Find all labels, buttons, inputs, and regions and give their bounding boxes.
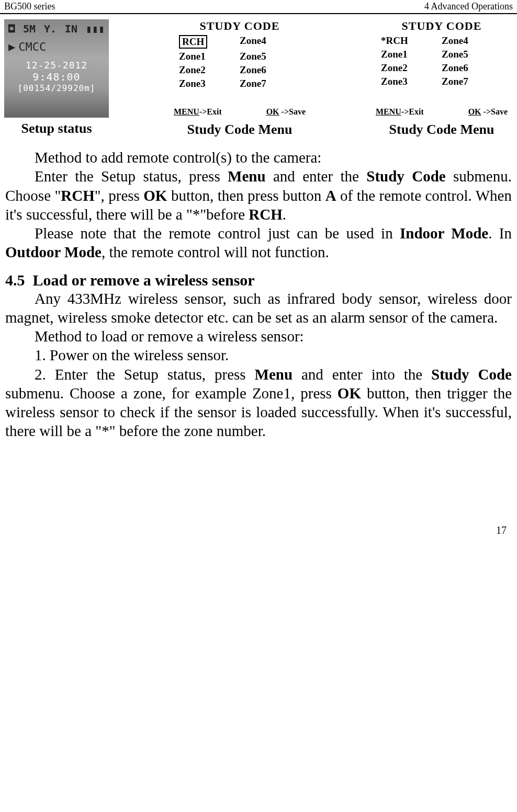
rch-cell: RCH xyxy=(179,35,240,49)
zone-cell: Zone3 xyxy=(179,78,240,89)
menu-exit: MENU->Exit xyxy=(174,107,222,117)
menu-key: MENU xyxy=(376,107,401,116)
setup-date: 12-25-2012 xyxy=(4,60,109,71)
zone-cell: Zone5 xyxy=(240,51,300,62)
page-number: 17 xyxy=(0,524,517,536)
study-menu-1-col: STUDY CODE RCH Zone4 Zone1 Zone5 Zone2 Z… xyxy=(168,19,311,138)
body-section-1: Method to add remote control(s) to the c… xyxy=(0,148,517,262)
menu-exit: MENU->Exit xyxy=(376,107,424,117)
arrow-icon: ▶ xyxy=(8,40,15,53)
ok-bold: OK xyxy=(143,187,167,204)
zone-cell: Zone4 xyxy=(240,35,300,49)
zone-cell: Zone6 xyxy=(240,64,300,76)
rch-bold: RCH xyxy=(61,187,94,204)
outdoor-mode-bold: Outdoor Mode xyxy=(5,244,102,260)
study-title-2: STUDY CODE xyxy=(370,19,513,33)
menu-bold-2: Menu xyxy=(255,366,293,383)
rch-bold-2: RCH xyxy=(249,206,282,223)
section-4-5-header: 4.5 Load or remove a wireless sensor xyxy=(0,271,517,289)
page-header: BG500 series 4 Advanced Operations xyxy=(0,0,517,14)
body-section-2: Any 433MHz wireless sensor, such as infr… xyxy=(0,289,517,441)
save-suffix: ->Save xyxy=(484,107,508,116)
study-caption-1: Study Code Menu xyxy=(187,122,293,138)
header-chapter: 4 Advanced Operations xyxy=(424,1,513,12)
setup-status-col: ◘ 5M Y. IN ▮▮▮ ▶ CMCC 12-25-2012 9:48:00… xyxy=(4,19,109,136)
method-instructions: Enter the Setup status, press Menu and e… xyxy=(5,167,512,224)
zone-cell: Zone5 xyxy=(442,49,502,60)
setup-status-screenshot: ◘ 5M Y. IN ▮▮▮ ▶ CMCC 12-25-2012 9:48:00… xyxy=(4,19,109,118)
study-menu-2-col: STUDY CODE *RCH Zone4 Zone1 Zone5 Zone2 … xyxy=(370,19,513,138)
rch-selected: RCH xyxy=(179,35,207,49)
carrier-label: CMCC xyxy=(18,40,46,53)
zone-cell: Zone6 xyxy=(442,62,502,74)
zone-cell: Zone7 xyxy=(442,76,502,87)
a-bold: A xyxy=(325,187,336,204)
ok-key: OK xyxy=(266,107,279,116)
study-code-bold-2: Study Code xyxy=(431,366,512,383)
setup-screen: ◘ 5M Y. IN ▮▮▮ ▶ CMCC 12-25-2012 9:48:00… xyxy=(4,19,109,118)
zone-cell: Zone7 xyxy=(240,78,300,89)
indoor-mode-bold: Indoor Mode xyxy=(400,225,488,242)
sensor-intro: Any 433MHz wireless sensor, such as infr… xyxy=(5,289,512,327)
exit-suffix: ->Exit xyxy=(199,107,222,116)
setup-counter: [00154/29920m] xyxy=(4,83,109,93)
save-suffix: ->Save xyxy=(282,107,306,116)
study-grid-2: *RCH Zone4 Zone1 Zone5 Zone2 Zone6 Zone3… xyxy=(370,35,513,87)
study-title-1: STUDY CODE xyxy=(168,19,311,33)
battery-icon: ▮▮▮ xyxy=(86,22,105,35)
study-footer-2: MENU->Exit OK ->Save xyxy=(370,107,513,117)
exit-suffix: ->Exit xyxy=(401,107,424,116)
study-caption-2: Study Code Menu xyxy=(389,122,494,138)
setup-top-bar: ◘ 5M Y. IN ▮▮▮ xyxy=(4,19,109,38)
zone-cell: Zone1 xyxy=(381,49,442,60)
setup-carrier-row: ▶ CMCC xyxy=(4,38,109,55)
ok-save: OK ->Save xyxy=(468,107,508,117)
zone-cell: Zone1 xyxy=(179,51,240,62)
screenshots-row: ◘ 5M Y. IN ▮▮▮ ▶ CMCC 12-25-2012 9:48:00… xyxy=(0,14,517,138)
section-title: Load or remove a wireless sensor xyxy=(33,271,255,289)
study-footer-1: MENU->Exit OK ->Save xyxy=(168,107,311,117)
resolution-label: 5M xyxy=(23,22,36,35)
ok-save: OK ->Save xyxy=(266,107,306,117)
menu-key: MENU xyxy=(174,107,199,116)
method-intro: Method to add remote control(s) to the c… xyxy=(5,148,512,167)
sensor-method-label: Method to load or remove a wireless sens… xyxy=(5,327,512,346)
setup-caption: Setup status xyxy=(21,121,92,136)
zone-cell: Zone2 xyxy=(179,64,240,76)
zone-cell: Zone3 xyxy=(381,76,442,87)
storage-label: IN xyxy=(65,22,77,35)
setup-time: 9:48:00 xyxy=(4,71,109,83)
section-number: 4.5 xyxy=(5,271,25,289)
signal-icon: Y. xyxy=(44,22,57,35)
rch-cell-starred: *RCH xyxy=(381,35,442,47)
header-series: BG500 series xyxy=(4,1,55,12)
remote-note: Please note that the remote control just… xyxy=(5,224,512,262)
ok-key: OK xyxy=(468,107,481,116)
study-menu-1: STUDY CODE RCH Zone4 Zone1 Zone5 Zone2 Z… xyxy=(168,19,311,119)
study-code-bold: Study Code xyxy=(366,168,445,185)
camera-icon: ◘ xyxy=(8,22,15,35)
sensor-step-1: 1. Power on the wireless sensor. xyxy=(5,346,512,364)
sensor-step-2: 2. Enter the Setup status, press Menu an… xyxy=(5,365,512,441)
zone-cell: Zone2 xyxy=(381,62,442,74)
study-menu-2: STUDY CODE *RCH Zone4 Zone1 Zone5 Zone2 … xyxy=(370,19,513,119)
zone-cell: Zone4 xyxy=(442,35,502,47)
study-grid-1: RCH Zone4 Zone1 Zone5 Zone2 Zone6 Zone3 … xyxy=(168,35,311,89)
ok-bold-2: OK xyxy=(338,385,361,402)
menu-bold: Menu xyxy=(228,168,266,185)
